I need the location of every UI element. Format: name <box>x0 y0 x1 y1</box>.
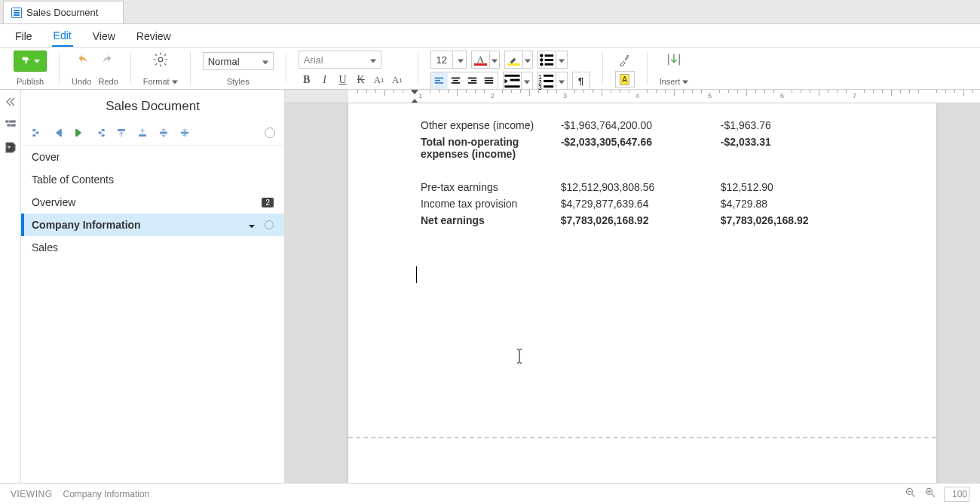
font-color-button[interactable]: A <box>471 51 489 69</box>
nav-item-label: Overview <box>32 196 75 208</box>
outdent-button[interactable] <box>51 126 65 140</box>
strikethrough-button[interactable]: K <box>353 72 369 88</box>
nav-item-toc[interactable]: Table of Contents <box>21 168 284 191</box>
move-up-top-button[interactable] <box>136 126 149 140</box>
indent-with-children-button[interactable] <box>93 126 107 140</box>
undo-button[interactable] <box>73 52 91 70</box>
menu-view[interactable]: View <box>91 26 117 46</box>
align-justify-button[interactable] <box>481 72 498 89</box>
numbered-list-button[interactable]: 123 <box>537 72 568 90</box>
merge-button[interactable] <box>178 126 191 140</box>
horizontal-ruler[interactable]: 1234567 <box>348 90 980 103</box>
outline-toggle-radio[interactable] <box>265 128 275 138</box>
undo-icon <box>75 54 89 68</box>
table-row: Pre-tax earnings$12,512,903,808.56$12,51… <box>416 179 876 195</box>
edit-marker-icon <box>249 222 255 228</box>
format-button[interactable] <box>152 51 170 69</box>
svg-rect-28 <box>6 121 8 122</box>
indent-button-go[interactable] <box>72 126 86 140</box>
menu-edit[interactable]: Edit <box>52 25 73 47</box>
svg-rect-27 <box>544 85 553 88</box>
svg-rect-6 <box>544 63 553 65</box>
nav-item-radio[interactable] <box>265 220 274 229</box>
table-row: Net earnings$7,783,026,168.92$7,783,026,… <box>416 212 876 229</box>
svg-rect-31 <box>11 124 15 126</box>
document-icon <box>11 8 22 18</box>
svg-rect-9 <box>435 82 443 84</box>
document-tab[interactable]: Sales Document <box>3 1 124 23</box>
gear-icon <box>152 51 169 68</box>
numbered-list-icon: 123 <box>538 72 556 90</box>
font-color-caret[interactable] <box>489 51 500 69</box>
font-size-value: 12 <box>436 54 446 66</box>
publish-button[interactable] <box>14 51 47 72</box>
brush-icon <box>617 53 631 66</box>
publish-group: Publish <box>9 48 51 89</box>
collapse-rail-button[interactable] <box>3 94 18 109</box>
format-group: Format <box>139 48 182 89</box>
zoom-out-button[interactable] <box>905 487 917 501</box>
menu-review[interactable]: Review <box>135 26 173 46</box>
clear-format-button[interactable] <box>615 51 633 68</box>
document-page[interactable]: Other expense (income)-$1,963,764,200.00… <box>348 103 936 483</box>
status-bar: VIEWING Company Information 100 <box>0 483 980 504</box>
align-left-button[interactable] <box>431 72 448 89</box>
svg-rect-19 <box>504 74 519 76</box>
nav-item-sales[interactable]: Sales <box>21 236 284 259</box>
superscript-button[interactable]: A1 <box>371 72 387 88</box>
nav-item-company-information[interactable]: Company Information <box>21 214 284 236</box>
svg-rect-34 <box>118 129 125 131</box>
move-up-button[interactable] <box>115 126 128 140</box>
menu-file[interactable]: File <box>14 26 34 46</box>
align-center-button[interactable] <box>448 72 464 89</box>
nav-item-overview[interactable]: Overview 2 <box>21 191 284 214</box>
page-scroll[interactable]: Other expense (income)-$1,963,764,200.00… <box>285 103 980 483</box>
sidebar-title: Sales Document <box>21 90 284 120</box>
svg-point-5 <box>540 63 543 66</box>
nav-item-label: Table of Contents <box>32 174 114 186</box>
highlight-color-button[interactable] <box>504 51 522 69</box>
svg-rect-18 <box>485 82 493 84</box>
side-rail <box>0 90 21 483</box>
svg-rect-25 <box>544 80 553 82</box>
tab-bar: Sales Document <box>0 0 980 24</box>
subscript-button[interactable]: A1 <box>389 72 406 88</box>
align-right-button[interactable] <box>464 72 481 89</box>
zoom-value[interactable]: 100 <box>944 487 969 502</box>
text-tools-group: 12 A <box>426 48 595 89</box>
font-select[interactable]: Arial <box>299 51 381 69</box>
zoom-in-button[interactable] <box>924 487 936 501</box>
comment-badge: 2 <box>262 198 274 207</box>
chevron-down-icon <box>492 59 498 63</box>
nav-item-label: Sales <box>32 241 58 254</box>
font-size-input[interactable]: 12 <box>430 51 453 69</box>
outline-rail-button[interactable] <box>3 117 18 132</box>
redo-button[interactable] <box>99 52 117 70</box>
align-center-icon <box>451 76 461 86</box>
svg-rect-21 <box>504 85 519 88</box>
style-highlight-button[interactable]: A <box>615 71 635 88</box>
insert-icon <box>666 51 682 68</box>
paragraph-mark-button[interactable]: ¶ <box>572 72 590 90</box>
undo-group: Undo Redo <box>67 48 123 89</box>
italic-button[interactable]: I <box>317 72 333 88</box>
styles-select[interactable]: Normal <box>203 52 274 70</box>
bullet-list-button[interactable] <box>537 51 568 69</box>
table-row: Other expense (income)-$1,963,764,200.00… <box>416 117 876 134</box>
highlight-color-caret[interactable] <box>522 51 533 69</box>
publish-icon <box>20 55 32 67</box>
indent-button[interactable] <box>503 72 533 90</box>
svg-line-40 <box>912 494 915 497</box>
nav-item-cover[interactable]: Cover <box>21 146 284 168</box>
favorites-rail-button[interactable] <box>3 140 18 155</box>
insert-button[interactable] <box>665 51 683 69</box>
bold-button[interactable]: B <box>299 72 315 88</box>
svg-rect-15 <box>468 82 476 84</box>
underline-button[interactable]: U <box>335 72 351 88</box>
outdent-with-children-button[interactable] <box>30 126 44 140</box>
font-size-caret[interactable] <box>453 51 467 69</box>
highlight-swatch-icon: A <box>620 74 629 85</box>
chevron-down-icon <box>559 59 565 63</box>
text-ibeam-cursor <box>516 349 523 366</box>
split-button[interactable] <box>157 126 170 140</box>
